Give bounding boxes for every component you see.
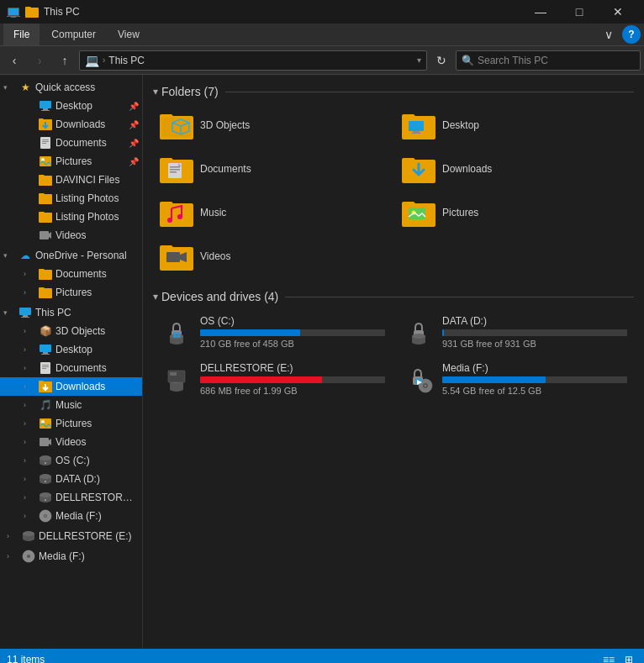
sidebar-item-desktop[interactable]: Desktop 📌 [0, 97, 142, 115]
folder-downloads[interactable]: Downloads [395, 149, 634, 189]
folder-music[interactable]: Music [153, 192, 392, 233]
data-d-label: DATA (D:) [55, 473, 100, 485]
folder-desktop[interactable]: Desktop [395, 105, 634, 145]
drive-icon [39, 454, 52, 467]
help-button[interactable]: ? [622, 25, 641, 44]
tab-file[interactable]: File [3, 24, 40, 45]
downloads-icon [39, 380, 52, 393]
onedrive-label: OneDrive - Personal [35, 250, 127, 261]
folders-section-title: Folders (7) [161, 85, 219, 98]
tab-computer[interactable]: Computer [41, 24, 106, 45]
folder-3d-icon [160, 110, 193, 140]
path-arrow: › [103, 55, 105, 65]
sidebar-item-media-f[interactable]: › Media (F:) [0, 507, 142, 525]
pin-icon: 📌 [129, 157, 139, 166]
close-button[interactable]: ✕ [599, 0, 637, 24]
chevron-right-icon: › [7, 532, 18, 540]
sidebar-item-listing2[interactable]: Listing Photos [0, 208, 142, 226]
svg-rect-2 [7, 16, 20, 17]
drive-dellrestore-e-bar-wrap [200, 376, 385, 383]
drive-data-d[interactable]: DATA (D:) 931 GB free of 931 GB [395, 310, 634, 354]
desktop-icon [39, 99, 52, 113]
sidebar-item-pictures-pc[interactable]: › Pictures [0, 414, 142, 433]
minimize-button[interactable]: — [521, 0, 560, 24]
ribbon-expand-button[interactable]: ∨ [599, 24, 619, 45]
grid-view-button[interactable]: ⊞ [620, 651, 637, 663]
up-button[interactable]: ↑ [54, 50, 76, 71]
path-label: This PC [108, 55, 145, 66]
app-icon [7, 5, 20, 18]
sidebar-item-downloads[interactable]: Downloads 📌 [0, 115, 142, 134]
svg-rect-6 [41, 110, 50, 111]
sidebar-item-dellrestore-e[interactable]: › DELLRESTORE (E:) [0, 488, 142, 507]
expand-icon: › [24, 401, 35, 409]
sidebar-item-od-documents[interactable]: › Documents [0, 265, 142, 283]
svg-rect-65 [177, 332, 181, 334]
expand-icon: › [24, 270, 35, 278]
sidebar-header-quick-access[interactable]: ▾ ★ Quick access [0, 78, 142, 97]
maximize-button[interactable]: □ [560, 0, 599, 24]
drive-os-c-bar [200, 329, 300, 336]
sidebar-header-dellrestore[interactable]: › DELLRESTORE (E:) [0, 527, 142, 545]
drive-dellrestore-e-icon [160, 364, 193, 394]
sidebar-item-videos-qa[interactable]: Videos [0, 226, 142, 245]
list-view-button[interactable]: ≡≡ [600, 651, 617, 663]
folder-3d-objects[interactable]: 3D Objects [153, 105, 392, 145]
ribbon-tabs: File Computer View ∨ ? [0, 24, 644, 45]
back-button[interactable]: ‹ [3, 50, 25, 71]
sidebar-header-onedrive[interactable]: ▾ ☁ OneDrive - Personal [0, 246, 142, 265]
expand-icon: › [24, 382, 35, 391]
sidebar-item-videos-pc[interactable]: › Videos [0, 433, 142, 451]
svg-point-33 [40, 474, 51, 479]
title-bar-left: This PC [7, 5, 80, 18]
refresh-button[interactable]: ↻ [430, 50, 452, 71]
sidebar-item-pictures[interactable]: Pictures 📌 [0, 152, 142, 171]
search-placeholder: Search This PC [478, 55, 548, 66]
sidebar-header-media-f[interactable]: › Media (F:) [0, 547, 142, 566]
tab-view[interactable]: View [108, 24, 150, 45]
folder-documents[interactable]: Documents [153, 149, 392, 189]
drives-section-title: Devices and drives (4) [161, 290, 278, 303]
svg-rect-54 [170, 171, 177, 173]
sidebar: ▾ ★ Quick access Desktop 📌 [0, 75, 143, 649]
drive-os-c[interactable]: OS (C:) 210 GB free of 458 GB [153, 310, 392, 354]
folders-section-header[interactable]: ▾ Folders (7) [153, 85, 634, 98]
drive-dellrestore-e[interactable]: DELLRESTORE (E:) 686 MB free of 1.99 GB [153, 357, 392, 401]
videos-pc-label: Videos [55, 436, 86, 448]
onedrive-icon: ☁ [18, 249, 32, 262]
folder-pictures[interactable]: Pictures [395, 192, 634, 233]
address-path[interactable]: 💻 › This PC ▾ [79, 50, 427, 71]
sidebar-header-this-pc[interactable]: ▾ This PC [0, 303, 142, 322]
videos-qa-label: Videos [55, 229, 86, 241]
sidebar-item-3d-objects[interactable]: › 📦 3D Objects [0, 322, 142, 340]
sidebar-item-music[interactable]: › 🎵 Music [0, 396, 142, 414]
svg-point-80 [425, 385, 426, 387]
search-icon: 🔍 [462, 55, 474, 66]
main-content: ▾ Folders (7) 3D Objects [143, 75, 644, 649]
sidebar-item-od-pictures[interactable]: › Pictures [0, 283, 142, 302]
folder-videos[interactable]: Videos [153, 236, 392, 276]
sidebar-item-os-c[interactable]: › OS (C:) [0, 451, 142, 470]
svg-rect-18 [43, 352, 48, 354]
drives-section-header[interactable]: ▾ Devices and drives (4) [153, 290, 634, 303]
search-box[interactable]: 🔍 Search This PC [456, 50, 641, 71]
forward-button[interactable]: › [29, 50, 50, 71]
folder-documents-label: Documents [200, 163, 251, 175]
sidebar-item-data-d[interactable]: › DATA (D:) [0, 470, 142, 488]
sidebar-item-downloads-pc[interactable]: › Downloads [0, 377, 142, 396]
svg-point-29 [40, 455, 51, 460]
sidebar-item-listing1[interactable]: Listing Photos [0, 189, 142, 208]
sidebar-item-desktop-pc[interactable]: › Desktop [0, 340, 142, 359]
svg-rect-38 [45, 499, 46, 501]
videos-icon [39, 229, 52, 242]
drives-divider [285, 297, 634, 297]
sidebar-item-davinci[interactable]: DAVINCI Files [0, 171, 142, 189]
path-dropdown-arrow[interactable]: ▾ [417, 55, 421, 65]
address-bar: ‹ › ↑ 💻 › This PC ▾ ↻ 🔍 Search This PC [0, 46, 644, 75]
folder-3d-label: 3D Objects [200, 119, 250, 131]
svg-rect-66 [173, 335, 177, 338]
expand-icon: › [24, 493, 35, 502]
sidebar-item-documents-pc[interactable]: › Documents [0, 359, 142, 377]
drive-media-f[interactable]: Media (F:) 5.54 GB free of 12.5 GB [395, 357, 634, 401]
sidebar-item-documents[interactable]: Documents 📌 [0, 134, 142, 152]
